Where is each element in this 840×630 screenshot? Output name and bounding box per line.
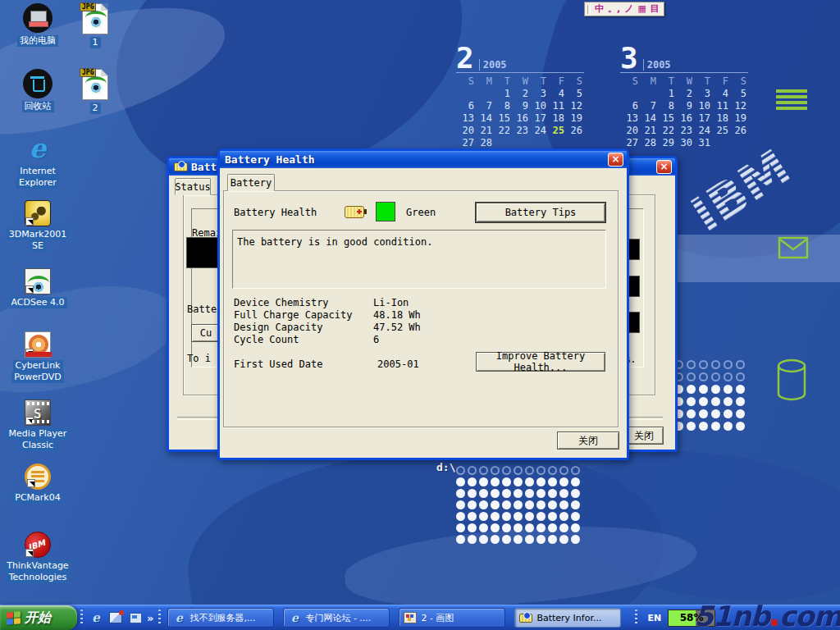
improve-battery-health-button[interactable]: Improve Battery Health...	[476, 352, 605, 372]
tab-battery[interactable]: Battery	[227, 174, 275, 191]
toolbar-grip[interactable]	[80, 609, 83, 626]
wallpaper-dot	[514, 466, 523, 475]
calendar-date: 26	[728, 125, 746, 137]
ime-item[interactable]: ノ	[624, 3, 633, 15]
taskbar-button[interactable]: e找不到服务器,...	[167, 608, 274, 628]
calendar-date: 7	[474, 100, 492, 112]
calendar-date: 11	[710, 100, 728, 112]
wallpaper-dot	[736, 397, 745, 406]
wallpaper-dot	[491, 489, 500, 498]
health-status-swatch	[376, 202, 395, 221]
calendar-date: 24	[528, 125, 546, 137]
wallpaper-dot	[514, 500, 523, 509]
taskbar-button-label: 专门网论坛 - ....	[305, 612, 371, 624]
watermark-51nb: 51nb com	[694, 600, 840, 630]
quick-launch-ie[interactable]: e	[89, 611, 103, 624]
desktop-icon-label: ThinkVantageTechnologies	[4, 560, 71, 583]
calendar-date: 10	[692, 100, 710, 112]
ime-item[interactable]: 目	[651, 3, 660, 15]
ie-icon: e	[288, 611, 301, 624]
wallpaper-dot	[525, 477, 534, 486]
calendar-year: 2005	[479, 59, 507, 71]
calendar-date: 22	[492, 125, 510, 137]
desktop-icon-label: 回收站	[22, 101, 54, 112]
wallpaper-dot	[724, 397, 733, 406]
desktop-icon-cyberlink-powerdvd[interactable]: CyberLinkPowerDVD	[2, 331, 74, 383]
desktop: 2 2005 SMTWTFS12345678910111213141516171…	[0, 0, 840, 630]
ime-item[interactable]: 。,	[608, 3, 620, 15]
wallpaper-dot	[456, 535, 465, 544]
close-icon[interactable]: ×	[656, 160, 672, 174]
calendar-day-header: W	[510, 75, 528, 88]
battery-tips-button[interactable]: Battery Tips	[476, 203, 605, 222]
wallpaper-dot	[724, 372, 733, 381]
wallpaper-dot	[479, 523, 488, 532]
desktop-icon-acdsee-4-0[interactable]: ACDSee 4.0	[2, 268, 74, 308]
custom-button[interactable]: Cu	[191, 324, 221, 342]
ime-grip[interactable]	[587, 5, 591, 14]
taskbar-button[interactable]: 2 - 画图	[399, 608, 505, 628]
calendar-date	[456, 88, 474, 100]
calendar-date: 15	[492, 112, 510, 125]
desktop-icon-thinkvantage-technologies[interactable]: IBMThinkVantageTechnologies	[2, 532, 74, 583]
calendar-day-header: S	[620, 75, 638, 88]
calendar-year: 2005	[643, 59, 671, 71]
overflow-chevron-icon[interactable]: »	[147, 612, 153, 624]
wallpaper-dot	[559, 477, 568, 486]
wallpaper-dot	[479, 489, 488, 498]
ime-item[interactable]: 中	[595, 3, 604, 15]
calendar-date: 13	[620, 112, 638, 125]
shortcut-arrow-icon	[25, 417, 34, 425]
desktop-icon-media-player-classic[interactable]: SMedia PlayerClassic	[2, 399, 74, 451]
taskbar-button[interactable]: e专门网论坛 - ....	[283, 608, 390, 628]
wallpaper-dot	[687, 385, 696, 394]
calendar-date: 8	[492, 100, 510, 112]
wallpaper-dot	[491, 500, 500, 509]
condition-textbox[interactable]: The battery is in good condition.	[232, 230, 606, 289]
start-button[interactable]: 开始	[0, 605, 77, 630]
my-computer-icon	[23, 3, 52, 33]
desktop-icon-label: Media PlayerClassic	[7, 428, 70, 451]
close-icon[interactable]: ×	[608, 153, 623, 167]
language-indicator[interactable]: EN	[647, 613, 661, 623]
desktop-icon-jpg-file-1[interactable]: JPG1	[62, 3, 128, 48]
bg-close-button[interactable]: 关闭	[624, 427, 664, 445]
battery-health-dialog[interactable]: Battery Health × Battery Battery Health …	[217, 148, 629, 460]
database-cylinder-icon	[774, 358, 810, 404]
calendar-date: 10	[528, 100, 546, 112]
wallpaper-dot	[687, 409, 696, 418]
ime-item[interactable]: ▦	[637, 3, 646, 15]
wallpaper-dot	[479, 500, 488, 509]
quick-launch-show-desktop[interactable]	[129, 611, 142, 624]
wallpaper-dot	[711, 397, 720, 406]
quick-launch-outlook-express[interactable]	[109, 611, 122, 624]
dialog-close-button[interactable]: 关闭	[557, 431, 619, 450]
wallpaper-dot	[699, 422, 708, 431]
wallpaper-dot	[536, 512, 546, 521]
desktop-icon-3dmark2001-se[interactable]: 3DMark2001SE	[2, 200, 74, 252]
calendar-grid: SMTWTFS123456789101112131415161718192021…	[456, 75, 584, 149]
desktop-icon-label: 1	[90, 37, 101, 48]
ime-language-bar[interactable]: 中。,ノ▦目	[584, 2, 664, 16]
calendar-date: 17	[528, 112, 546, 125]
first-used-row: First Used Date 2005-01	[234, 355, 419, 371]
desktop-icon-pcmark04[interactable]: PCMark04	[2, 463, 74, 504]
shortcut-arrow-icon	[25, 349, 34, 357]
toolbar-grip[interactable]	[158, 609, 161, 626]
calendar-date: 26	[564, 125, 582, 137]
wallpaper-dot	[711, 385, 720, 394]
tab-status[interactable]: Status	[175, 178, 211, 195]
battery-health-titlebar[interactable]: Battery Health ×	[220, 151, 627, 168]
calendar-date: 21	[474, 125, 492, 137]
desktop-icon-jpg-file-2[interactable]: JPG2	[62, 69, 128, 114]
toolbar-grip[interactable]	[635, 609, 637, 626]
wallpaper-dot	[571, 500, 580, 509]
taskbar-button[interactable]: Battery Infor...	[514, 608, 621, 628]
3dmark2001-se-icon	[25, 200, 51, 226]
acdsee-4-0-icon	[25, 268, 51, 294]
wallpaper-dot	[571, 466, 580, 475]
quick-launch: e	[86, 611, 145, 624]
desktop-icon-internet-explorer[interactable]: eInternetExplorer	[2, 134, 74, 189]
wallpaper-dot	[559, 500, 568, 509]
wallpaper-dot	[571, 477, 580, 486]
